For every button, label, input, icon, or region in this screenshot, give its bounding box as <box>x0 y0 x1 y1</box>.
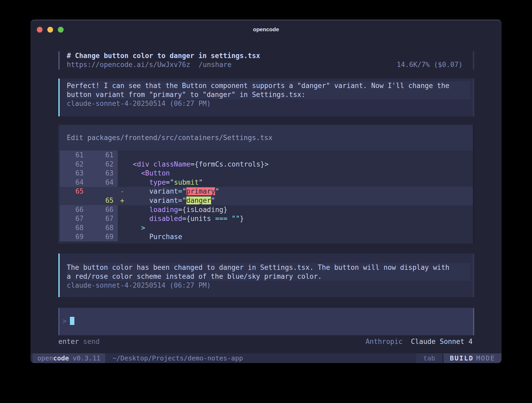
footer-hints: enter send Anthropic Claude Sonnet 4 <box>58 337 474 346</box>
edit-tool-block: Edit packages/frontend/src/containers/Se… <box>58 125 474 244</box>
mode-build-label: BUILD <box>450 354 474 362</box>
send-action-label: send <box>83 337 100 346</box>
diff-change-marker: - <box>118 187 125 196</box>
diff-new-line-number: 66 <box>88 205 118 214</box>
diff-view: 61616262 <div className={formCs.controls… <box>58 151 474 241</box>
app-name-code: code <box>53 354 69 362</box>
diff-row: 6666 loading={isLoading} <box>58 205 474 214</box>
diff-change-marker <box>118 232 125 241</box>
status-bar-right: tab BUILDMODE <box>416 353 502 363</box>
app-version: v0.3.11 <box>73 354 100 362</box>
diff-new-line-number: 68 <box>88 223 118 233</box>
provider-name: Anthropic <box>366 338 403 345</box>
diff-row: 6464 type="submit" <box>58 178 474 187</box>
diff-old-line-number: 63 <box>60 169 88 178</box>
share-url[interactable]: https://opencode.ai/s/UwJxv76z <box>67 60 190 69</box>
diff-change-marker <box>118 223 125 233</box>
session-header: # Change button color to danger in setti… <box>58 51 474 70</box>
model-timestamp: claude-sonnet-4-20250514 (06:27 PM) <box>67 281 474 290</box>
diff-change-marker <box>118 178 125 187</box>
edit-right-bar <box>473 125 474 244</box>
message-right-bar <box>473 79 474 116</box>
message-paragraph: Perfect! I can see that the Button compo… <box>67 81 470 99</box>
message-line: Perfect! I can see that the Button compo… <box>67 81 470 90</box>
diff-new-line-number <box>88 187 118 196</box>
edit-left-bar <box>58 125 60 244</box>
prompt-left-bar <box>58 308 59 335</box>
app-window: opencode # Change button color to danger… <box>30 20 502 363</box>
message-accent-bar <box>58 254 60 297</box>
diff-change-marker <box>118 151 125 160</box>
working-directory: ~/Desktop/Projects/demo-notes-app <box>112 353 243 363</box>
assistant-message: The button color has been changed to dan… <box>58 254 474 297</box>
diff-row: 6868 > <box>58 223 474 233</box>
diff-change-marker <box>118 169 125 178</box>
edit-tool-title: Edit packages/frontend/src/containers/Se… <box>58 125 474 151</box>
prompt-right-bar <box>473 308 474 335</box>
diff-old-line-number <box>60 196 88 205</box>
session-subheader: https://opencode.ai/s/UwJxv76z /unshare … <box>67 60 474 69</box>
mode-indicator: BUILDMODE <box>444 353 502 363</box>
header-right-bar <box>473 51 474 70</box>
diff-row: 6363 <Button <box>58 169 474 178</box>
diff-old-line-number: 62 <box>60 160 88 169</box>
diff-row: 65- variant="primary" <box>58 187 474 196</box>
status-bar: opencodev0.3.11 ~/Desktop/Projects/demo-… <box>30 353 502 363</box>
header-accent-bar <box>58 51 60 70</box>
diff-new-line-number: 64 <box>88 178 118 187</box>
diff-row: 6969 Purchase <box>58 232 474 241</box>
mode-mode-label: MODE <box>476 354 495 362</box>
diff-code-line: Purchase <box>125 232 474 241</box>
maximize-button[interactable] <box>58 27 64 33</box>
diff-change-marker: + <box>118 196 125 205</box>
app-version-chip: opencodev0.3.11 <box>33 353 105 363</box>
message-line: The button color has been changed to dan… <box>67 263 470 272</box>
prompt-character: > <box>63 317 67 325</box>
traffic-lights <box>37 27 64 33</box>
diff-code-line <box>125 151 474 160</box>
diff-old-line-number: 61 <box>60 151 88 160</box>
close-button[interactable] <box>37 27 43 33</box>
app-name-open: open <box>37 354 53 362</box>
diff-old-line-number: 68 <box>60 223 88 233</box>
diff-code-line: variant="danger" <box>125 196 474 205</box>
session-title: # Change button color to danger in setti… <box>67 51 474 60</box>
diff-code-line: > <box>125 223 474 233</box>
message-paragraph: The button color has been changed to dan… <box>67 263 470 281</box>
diff-old-line-number: 69 <box>60 232 88 241</box>
diff-row: 65+ variant="danger" <box>58 196 474 205</box>
diff-new-line-number: 65 <box>88 196 118 205</box>
diff-code-line: <Button <box>125 169 474 178</box>
model-name: Claude Sonnet 4 <box>411 338 473 345</box>
enter-key-hint: enter <box>58 337 79 346</box>
diff-new-line-number: 61 <box>88 151 118 160</box>
model-indicator: Anthropic Claude Sonnet 4 <box>366 337 473 346</box>
unshare-command[interactable]: /unshare <box>199 60 232 69</box>
tab-key-hint[interactable]: tab <box>416 353 442 363</box>
diff-code-line: <div className={formCs.controls}> <box>125 160 474 169</box>
diff-code-line: disabled={units === ""} <box>125 214 474 223</box>
diff-new-line-number: 69 <box>88 232 118 241</box>
diff-new-line-number: 67 <box>88 214 118 223</box>
diff-change-marker <box>118 214 125 223</box>
diff-old-line-number: 67 <box>60 214 88 223</box>
diff-row: 6767 disabled={units === ""} <box>58 214 474 223</box>
assistant-message: Perfect! I can see that the Button compo… <box>58 79 474 116</box>
diff-code-line: type="submit" <box>125 178 474 187</box>
diff-new-line-number: 63 <box>88 169 118 178</box>
diff-old-line-number: 65 <box>60 187 88 196</box>
window-title: opencode <box>30 20 502 39</box>
diff-change-marker <box>118 205 125 214</box>
token-usage-stats: 14.6K/7% ($0.07) <box>397 60 463 69</box>
prompt-input[interactable]: > <box>58 308 474 335</box>
diff-old-line-number: 64 <box>60 178 88 187</box>
text-cursor <box>70 317 74 325</box>
diff-change-marker <box>118 160 125 169</box>
message-right-bar <box>473 254 474 297</box>
minimize-button[interactable] <box>47 27 53 33</box>
titlebar: opencode <box>30 20 502 39</box>
diff-row: 6161 <box>58 151 474 160</box>
diff-code-line: variant="primary" <box>125 187 474 196</box>
message-line: button variant from "primary" to "danger… <box>67 90 470 99</box>
message-accent-bar <box>58 79 60 116</box>
